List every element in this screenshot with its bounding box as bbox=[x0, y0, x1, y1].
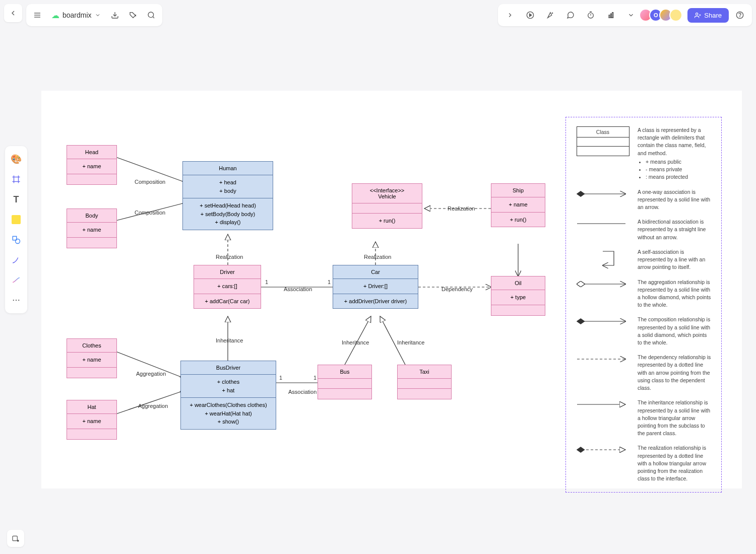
svg-rect-13 bbox=[611, 14, 612, 18]
confetti-button[interactable] bbox=[541, 6, 559, 24]
class-bus[interactable]: Bus bbox=[318, 365, 372, 399]
svg-line-5 bbox=[153, 17, 154, 18]
more-button[interactable] bbox=[7, 291, 25, 309]
class-car[interactable]: Car + Driver:[] + addDriver(Driver drive… bbox=[333, 265, 418, 309]
class-body[interactable]: Body + name bbox=[67, 209, 117, 248]
svg-rect-12 bbox=[609, 15, 610, 18]
label: Realization bbox=[448, 205, 475, 212]
frame-button[interactable] bbox=[7, 170, 25, 188]
layers-button[interactable] bbox=[7, 530, 24, 547]
svg-point-28 bbox=[18, 300, 19, 301]
svg-marker-7 bbox=[530, 14, 532, 16]
text-button[interactable]: T bbox=[7, 190, 25, 209]
label: Aggregation bbox=[136, 371, 166, 377]
back-button[interactable] bbox=[4, 4, 22, 22]
class-clothes[interactable]: Clothes + name bbox=[67, 338, 117, 378]
label: Association bbox=[284, 286, 312, 292]
chevron-down-icon bbox=[95, 12, 101, 18]
label: 1 bbox=[328, 279, 331, 285]
pen-button[interactable] bbox=[7, 251, 25, 269]
label: Composition bbox=[135, 179, 165, 185]
class-human[interactable]: Human + head+ body + setHead(Head head)+… bbox=[182, 161, 273, 230]
svg-point-30 bbox=[17, 540, 19, 541]
avatar bbox=[669, 9, 682, 22]
svg-line-31 bbox=[116, 157, 182, 181]
label: Realization bbox=[364, 254, 391, 260]
templates-button[interactable]: 🎨 bbox=[7, 150, 25, 168]
tag-button[interactable] bbox=[124, 6, 142, 24]
avatars[interactable]: O bbox=[642, 9, 682, 22]
collapse-button[interactable] bbox=[501, 6, 519, 24]
svg-rect-29 bbox=[13, 536, 17, 540]
svg-point-8 bbox=[552, 13, 553, 13]
label: Dependency bbox=[442, 286, 473, 292]
play-button[interactable] bbox=[521, 6, 539, 24]
class-vehicle[interactable]: <<Interface>>Vehicle + run() bbox=[352, 183, 422, 229]
svg-point-19 bbox=[740, 17, 740, 17]
label: 1 bbox=[313, 375, 317, 381]
svg-point-25 bbox=[16, 239, 20, 244]
label: 1 bbox=[279, 375, 282, 381]
doc-title: boardmix bbox=[62, 11, 92, 19]
doc-title-wrap[interactable]: ☁ boardmix bbox=[46, 11, 106, 20]
chart-button[interactable] bbox=[602, 6, 620, 24]
label: Inheritance bbox=[342, 339, 369, 345]
connector-button[interactable] bbox=[7, 271, 25, 289]
more-top-button[interactable] bbox=[622, 6, 640, 24]
search-button[interactable] bbox=[142, 6, 160, 24]
label: Composition bbox=[135, 210, 165, 216]
svg-point-15 bbox=[696, 13, 698, 15]
label: Inheritance bbox=[397, 339, 424, 345]
label: Inheritance bbox=[216, 337, 243, 343]
label: Aggregation bbox=[138, 403, 168, 409]
tool-sidebar: 🎨 T bbox=[5, 146, 27, 313]
chat-button[interactable] bbox=[561, 6, 580, 24]
help-button[interactable] bbox=[731, 6, 749, 24]
label: Realization bbox=[216, 254, 243, 260]
class-head[interactable]: Head + name bbox=[67, 145, 117, 185]
svg-rect-14 bbox=[612, 13, 613, 18]
class-busdriver[interactable]: BusDriver + clothes+ hat + wearClothes(C… bbox=[180, 361, 276, 430]
class-taxi[interactable]: Taxi bbox=[397, 365, 452, 399]
svg-point-4 bbox=[148, 12, 154, 18]
label: Association bbox=[288, 389, 317, 395]
class-hat[interactable]: Hat + name bbox=[67, 400, 117, 440]
svg-point-9 bbox=[588, 13, 594, 18]
class-ship[interactable]: Ship + name + run() bbox=[491, 183, 545, 227]
class-driver[interactable]: Driver + cars:[] + addCar(Car car) bbox=[194, 265, 261, 309]
download-button[interactable] bbox=[106, 6, 124, 24]
canvas[interactable]: Head + name Body + name Human + head+ bo… bbox=[41, 91, 742, 489]
share-button[interactable]: Share bbox=[687, 8, 729, 23]
svg-point-26 bbox=[13, 300, 14, 301]
svg-point-27 bbox=[16, 300, 17, 301]
menu-button[interactable] bbox=[28, 6, 46, 24]
class-oil[interactable]: Oil + type bbox=[491, 276, 545, 316]
legend: Class A class is represented by a rectan… bbox=[565, 117, 722, 493]
sticky-button[interactable] bbox=[7, 211, 25, 229]
label: 1 bbox=[265, 279, 268, 285]
shape-button[interactable] bbox=[7, 231, 25, 249]
cloud-icon: ☁ bbox=[51, 11, 59, 20]
timer-button[interactable] bbox=[582, 6, 600, 24]
